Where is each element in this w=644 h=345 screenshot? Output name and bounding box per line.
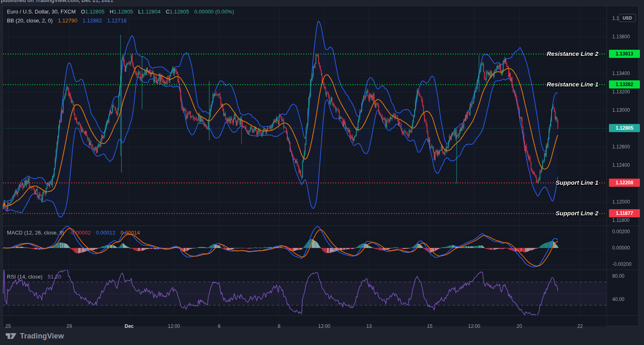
tradingview-logo-icon xyxy=(6,332,17,341)
currency-chip: USD xyxy=(619,14,636,22)
macd-tick: 0.00200 xyxy=(612,228,630,235)
time-tick: 20 xyxy=(517,323,522,329)
close-label: C xyxy=(166,9,170,15)
macd-title: MACD (12, 26, close, 9) xyxy=(7,230,64,236)
high-value: 1.12805 xyxy=(114,9,133,15)
chart-page: published on TradingView.com, Dec 21, 20… xyxy=(0,0,644,345)
time-tick: 29 xyxy=(66,323,72,329)
price-tick: 1.12600 xyxy=(612,144,630,150)
bb-upper-value: 1.12862 xyxy=(83,18,102,24)
time-tick: 13 xyxy=(366,323,371,329)
time-tick: Dec xyxy=(125,323,134,329)
macd-tick: -0.00200 xyxy=(612,261,631,268)
level-label[interactable]: Support Line 2 xyxy=(3,209,598,218)
macd-signal-value: 0.00014 xyxy=(121,230,140,236)
current-price-badge: 1.12805 xyxy=(609,124,640,132)
open-label: O xyxy=(81,9,85,15)
time-tick: 8 xyxy=(278,323,281,329)
time-tick: 6 xyxy=(218,323,221,329)
price-tick: 1.12000 xyxy=(612,199,630,205)
macd-legend[interactable]: MACD (12, 26, close, 9) -0.00002 0.00012… xyxy=(7,230,140,236)
price-tick: 1.11800 xyxy=(612,217,630,223)
price-tick: 1.13000 xyxy=(612,107,630,113)
price-tick: 1.13200 xyxy=(612,88,630,95)
bb-title: BB (20, close, 2, 0) xyxy=(7,18,53,24)
tradingview-logo-text: TradingView xyxy=(20,332,64,341)
price-tick: 1.13800 xyxy=(612,33,630,40)
attribution-text: published on TradingView.com, Dec 21, 20… xyxy=(1,0,113,3)
bb-lower-value: 1.12718 xyxy=(107,18,127,24)
change-value: 0.00000 (0.00%) xyxy=(194,9,234,15)
time-tick: 15 xyxy=(427,323,432,329)
symbol-legend[interactable]: Euro / U.S. Dollar, 30, FXCM O1.12805 H1… xyxy=(7,9,234,15)
time-tick: 12:00 xyxy=(318,323,330,329)
open-value: 1.12805 xyxy=(85,9,105,15)
level-price-badge: 1.12208 xyxy=(609,179,640,187)
price-tick: 1.13400 xyxy=(612,70,630,77)
level-label[interactable]: Resistance Line 1 xyxy=(3,80,598,89)
low-label: L xyxy=(138,9,141,15)
level-price-badge: 1.13282 xyxy=(609,80,640,88)
rsi-tick: 40.00 xyxy=(612,296,624,303)
pane-separator-rsi[interactable] xyxy=(3,270,638,270)
symbol-title: Euro / U.S. Dollar, 30, FXCM xyxy=(7,9,76,15)
time-tick: 22 xyxy=(577,323,582,329)
bb-legend[interactable]: BB (20, close, 2, 0) 1.12790 1.12862 1.1… xyxy=(7,18,127,24)
time-axis-separator xyxy=(3,315,638,316)
macd-line-value: 0.00012 xyxy=(96,230,116,236)
level-price-badge: 1.13613 xyxy=(609,50,640,58)
pane-separator-macd[interactable] xyxy=(3,226,638,226)
price-axis-separator[interactable] xyxy=(607,6,607,327)
time-tick: 12:00 xyxy=(168,323,180,329)
bb-basis-value: 1.12790 xyxy=(58,18,77,24)
level-label[interactable]: Support Line 1 xyxy=(3,178,598,187)
rsi-legend[interactable]: RSI (14, close) 51.20 xyxy=(7,274,61,280)
high-label: H xyxy=(110,9,114,15)
rsi-tick: 80.00 xyxy=(612,273,624,279)
tradingview-logo[interactable]: TradingView xyxy=(6,332,64,341)
rsi-value: 51.20 xyxy=(48,274,61,280)
price-tick: 1.12400 xyxy=(612,162,630,168)
level-label[interactable]: Resistance Line 2 xyxy=(3,49,598,58)
macd-hist-value: -0.00002 xyxy=(70,230,91,236)
level-price-badge: 1.11877 xyxy=(609,209,640,217)
time-tick: 12:00 xyxy=(468,323,480,329)
macd-tick: 0.00000 xyxy=(612,245,630,251)
low-value: 1.12804 xyxy=(141,9,161,15)
time-tick: 25 xyxy=(5,323,11,329)
close-value: 1.12805 xyxy=(170,9,189,15)
rsi-title: RSI (14, close) xyxy=(7,274,42,280)
chart-widget: Euro / U.S. Dollar, 30, FXCM O1.12805 H1… xyxy=(2,6,639,326)
